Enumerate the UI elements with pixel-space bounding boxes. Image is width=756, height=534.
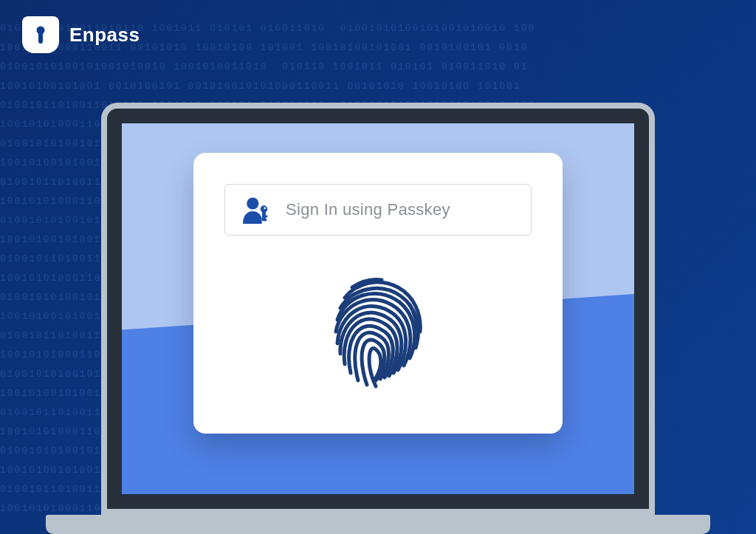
laptop-base [46, 515, 710, 534]
laptop-bezel: Sign In using Passkey [101, 103, 655, 515]
signin-card: Sign In using Passkey [193, 153, 563, 434]
svg-point-4 [264, 207, 266, 209]
brand-logo-lockup: Enpass [22, 16, 140, 53]
passkey-signin-button[interactable]: Sign In using Passkey [224, 184, 532, 236]
brand-name: Enpass [69, 24, 140, 47]
fingerprint-icon [323, 271, 433, 393]
laptop-screen: Sign In using Passkey [122, 123, 634, 494]
svg-rect-6 [264, 216, 268, 218]
user-key-icon [241, 196, 272, 224]
passkey-button-label: Sign In using Passkey [286, 200, 450, 219]
svg-rect-7 [264, 219, 267, 221]
svg-point-2 [247, 197, 258, 209]
svg-rect-1 [38, 32, 43, 44]
laptop-frame: Sign In using Passkey [107, 109, 649, 509]
laptop-illustration: Sign In using Passkey [46, 103, 710, 534]
enpass-shield-icon [22, 16, 59, 53]
